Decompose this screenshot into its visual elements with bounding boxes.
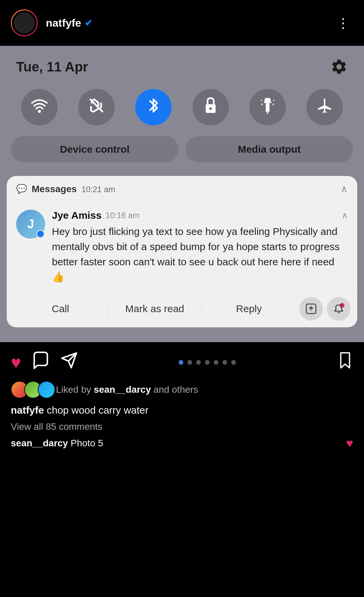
shade-date: Tue, 11 Apr bbox=[16, 59, 88, 74]
svg-point-4 bbox=[209, 108, 212, 110]
carousel-dots bbox=[78, 360, 337, 365]
reply-button[interactable]: Reply bbox=[202, 298, 296, 320]
device-control-button[interactable]: Device control bbox=[11, 136, 179, 162]
post-caption: natfyfe chop wood carry water bbox=[11, 403, 353, 417]
airplane-toggle[interactable] bbox=[306, 89, 343, 125]
dot-6 bbox=[222, 360, 227, 365]
dot-5 bbox=[214, 360, 218, 365]
username-text: natfyfe bbox=[46, 17, 81, 29]
sender-name: Jye Amiss bbox=[52, 210, 101, 221]
media-output-button[interactable]: Media output bbox=[185, 136, 353, 162]
message-time: 10:16 am bbox=[105, 211, 139, 220]
dot-4 bbox=[205, 360, 210, 365]
comment-button[interactable] bbox=[32, 352, 50, 373]
message-expand-icon[interactable]: ∧ bbox=[342, 211, 348, 220]
post-actions-row: ♥ bbox=[11, 352, 353, 373]
svg-rect-6 bbox=[266, 103, 269, 112]
quick-actions-row: Device control Media output bbox=[0, 136, 364, 168]
avatar[interactable] bbox=[11, 9, 38, 36]
message-content: Jye Amiss 10:16 am ∧ Hey bro just flicki… bbox=[52, 210, 348, 285]
flashlight-icon bbox=[261, 97, 274, 118]
more-options-button[interactable]: ⋮ bbox=[334, 12, 353, 33]
notification-card: 💬 Messages 10:21 am ∧ J Jye Amiss 10:16 … bbox=[7, 176, 357, 327]
messages-app-icon: 💬 bbox=[16, 184, 27, 194]
wifi-icon bbox=[31, 98, 48, 116]
dot-2 bbox=[187, 360, 192, 365]
mute-icon bbox=[88, 97, 104, 117]
dot-3 bbox=[196, 360, 201, 365]
liker-avatar-3 bbox=[38, 381, 55, 398]
comment-heart-icon[interactable]: ♥ bbox=[346, 436, 353, 450]
verified-badge-icon: ✔ bbox=[85, 18, 92, 29]
instagram-header: natfyfe ✔ ⋮ bbox=[0, 0, 364, 46]
caption-username[interactable]: natfyfe bbox=[11, 405, 44, 416]
dot-7 bbox=[231, 360, 236, 365]
svg-line-9 bbox=[273, 103, 274, 105]
notification-icon-buttons: ! bbox=[299, 297, 351, 321]
dot-1 bbox=[179, 360, 183, 365]
mute-toggle[interactable] bbox=[78, 89, 115, 125]
liked-by-text: Liked by sean__darcy and others bbox=[56, 384, 198, 395]
lock-toggle[interactable] bbox=[192, 89, 229, 125]
sender-row: Jye Amiss 10:16 am ∧ bbox=[52, 210, 348, 221]
mute-notification-button[interactable]: ! bbox=[327, 297, 351, 321]
sender-avatar: J bbox=[16, 210, 45, 239]
call-button[interactable]: Call bbox=[13, 298, 108, 320]
svg-point-0 bbox=[38, 110, 41, 113]
view-comments-link[interactable]: View all 85 comments bbox=[11, 421, 353, 432]
share-button[interactable] bbox=[60, 352, 78, 373]
svg-line-11 bbox=[273, 100, 274, 100]
svg-marker-5 bbox=[264, 98, 271, 103]
bookmark-button[interactable] bbox=[337, 352, 353, 373]
notification-shade: Tue, 11 Apr bbox=[0, 46, 364, 342]
comment-username[interactable]: sean__darcy bbox=[11, 438, 68, 448]
airplane-icon bbox=[316, 97, 333, 118]
comment-preview: sean__darcy Photo 5 ♥ bbox=[11, 436, 353, 450]
notification-actions: Call Mark as read Reply bbox=[7, 291, 357, 327]
bluetooth-icon bbox=[147, 97, 160, 118]
notification-time: 10:21 am bbox=[82, 185, 115, 194]
like-button[interactable]: ♥ bbox=[11, 352, 21, 372]
liker-avatars bbox=[11, 381, 51, 398]
flashlight-toggle[interactable] bbox=[249, 89, 286, 125]
quick-toggles bbox=[0, 85, 364, 136]
svg-line-10 bbox=[261, 100, 262, 100]
lock-icon bbox=[203, 97, 218, 118]
svg-line-8 bbox=[261, 103, 263, 105]
message-text: Hey bro just flicking ya text to see how… bbox=[52, 224, 348, 285]
instagram-post-bottom: ♥ bbox=[0, 342, 364, 464]
comment-preview-text: sean__darcy Photo 5 bbox=[11, 438, 103, 449]
snooze-button[interactable] bbox=[299, 297, 323, 321]
mark-as-read-button[interactable]: Mark as read bbox=[108, 298, 202, 320]
bluetooth-toggle[interactable] bbox=[135, 89, 172, 125]
notification-header: 💬 Messages 10:21 am ∧ bbox=[7, 176, 357, 200]
liked-by-row: Liked by sean__darcy and others bbox=[11, 381, 353, 398]
notification-collapse-icon[interactable]: ∧ bbox=[341, 183, 348, 195]
wifi-toggle[interactable] bbox=[21, 89, 58, 125]
notification-app-name: Messages 10:21 am bbox=[32, 184, 336, 195]
shade-header: Tue, 11 Apr bbox=[0, 46, 364, 85]
notification-body: J Jye Amiss 10:16 am ∧ Hey bro just flic… bbox=[7, 200, 357, 291]
settings-icon[interactable] bbox=[330, 58, 348, 76]
username: natfyfe ✔ bbox=[46, 17, 326, 29]
svg-text:!: ! bbox=[341, 304, 342, 307]
caption-text: chop wood carry water bbox=[47, 405, 149, 416]
messages-badge bbox=[36, 230, 44, 238]
